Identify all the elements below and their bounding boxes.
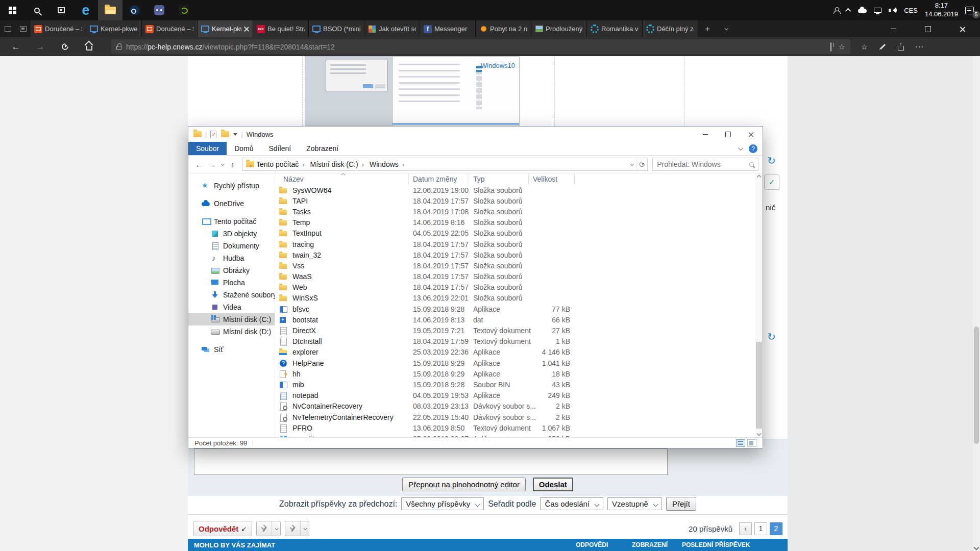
moderator-tools-button[interactable] — [285, 521, 309, 536]
tab-list-button[interactable] — [717, 20, 735, 37]
sidebar-item[interactable]: Tento počítač — [188, 215, 275, 228]
reading-view-button[interactable] — [830, 43, 831, 51]
sidebar-item[interactable]: Síť — [188, 343, 275, 356]
annotate-button[interactable] — [874, 38, 891, 56]
column-header-date[interactable]: Datum změny — [409, 173, 469, 185]
prev-page-button[interactable]: ‹ — [739, 522, 752, 535]
file-row[interactable]: WaaS 18.04.2019 17:57 Složka souborů — [275, 271, 755, 282]
file-row[interactable]: DtcInstall 18.04.2019 17:59 Textový doku… — [275, 336, 755, 347]
ribbon-tab[interactable]: Soubor — [188, 142, 227, 155]
file-row[interactable]: notepad 04.05.2019 19:53 Aplikace 249 kB — [275, 390, 755, 401]
network-tray-button[interactable] — [870, 0, 885, 20]
explorer-up-button[interactable]: ↑ — [226, 158, 239, 171]
browser-tab[interactable]: Doručené – Sezi — [142, 20, 198, 37]
file-row[interactable]: hh 15.09.2018 9:29 Aplikace 18 kB — [275, 368, 755, 379]
browser-tab[interactable]: Jak otevřít soub — [364, 20, 420, 37]
file-row[interactable]: tracing 18.04.2019 17:57 Složka souborů — [275, 239, 755, 249]
file-row[interactable]: Web 18.04.2019 17:57 Složka souborů — [275, 282, 755, 293]
page-number-button[interactable]: 1 — [754, 522, 767, 535]
explorer-title-bar[interactable]: | | Windows — [188, 127, 763, 142]
start-button[interactable] — [0, 0, 24, 20]
address-dropdown-icon[interactable] — [627, 163, 636, 166]
people-button[interactable] — [830, 0, 843, 20]
maximize-button[interactable] — [911, 20, 945, 37]
expand-ribbon-icon[interactable] — [738, 145, 743, 151]
file-row[interactable]: TextInput 04.05.2019 22:05 Složka soubor… — [275, 228, 755, 239]
tab-preview-button[interactable] — [15, 20, 31, 37]
back-button[interactable]: ← — [7, 38, 24, 56]
file-row[interactable]: Temp 14.06.2019 8:16 Složka souborů — [275, 217, 755, 228]
file-row[interactable]: bfsvc 15.09.2018 9:28 Aplikace 77 kB — [275, 304, 755, 314]
moderator-tools-dropdown[interactable] — [301, 521, 309, 536]
explorer-minimize-button[interactable] — [694, 127, 717, 142]
ribbon-tab[interactable]: Zobrazení — [299, 142, 346, 155]
quick-reply-textarea[interactable] — [194, 448, 668, 475]
sidebar-item[interactable]: Plocha — [188, 277, 275, 289]
scrollbar-thumb[interactable] — [756, 342, 762, 429]
share-button[interactable] — [892, 38, 910, 56]
file-row[interactable]: mib 15.09.2018 9:28 Soubor BIN 43 kB — [275, 379, 755, 390]
file-row[interactable]: NvTelemetryContainerRecovery 22.05.2019 … — [275, 412, 755, 422]
sidebar-item[interactable]: Místní disk (C:) — [188, 313, 275, 325]
tab-close-icon[interactable] — [244, 27, 249, 32]
more-options-button[interactable]: ··· — [911, 38, 928, 56]
post-rotate-icon[interactable]: ↻ — [767, 156, 776, 166]
explorer-back-button[interactable]: ← — [192, 158, 206, 171]
browser-scrollbar[interactable] — [973, 56, 980, 551]
go-button[interactable]: Přejít — [666, 497, 696, 511]
action-center-button[interactable]: 5 — [962, 0, 980, 20]
breadcrumb-item[interactable]: Místní disk (C:) — [309, 160, 369, 168]
onedrive-tray-button[interactable] — [854, 0, 870, 20]
scrollbar-thumb[interactable] — [974, 327, 979, 444]
explorer-close-button[interactable] — [740, 127, 763, 142]
hidden-icons-button[interactable] — [843, 0, 854, 20]
sort-order-select[interactable]: Vzestupně — [607, 497, 662, 510]
browser-tab[interactable]: Be quiet! Straigh — [253, 20, 309, 37]
refresh-button[interactable] — [56, 38, 74, 56]
file-row[interactable]: twain_32 18.04.2019 17:57 Složka souborů — [275, 249, 755, 260]
browser-tab[interactable]: Doručené – Sezi — [31, 20, 86, 37]
volume-tray-button[interactable] — [885, 0, 900, 20]
post-check-card[interactable] — [764, 174, 779, 190]
file-row[interactable]: Vss 18.04.2019 17:57 Složka souborů — [275, 260, 755, 271]
reply-button[interactable]: Odpovědět↙ — [193, 521, 252, 536]
sidebar-item[interactable]: Dokumenty — [188, 240, 275, 252]
browser-tab[interactable]: Děčín plný zážit — [643, 20, 698, 37]
display-posts-select[interactable]: Všechny příspěvky — [401, 497, 484, 510]
file-row[interactable]: explorer 25.03.2019 22:36 Aplikace 4 146… — [275, 347, 755, 358]
browser-tab[interactable]: Romantika ve m — [587, 20, 643, 37]
sidebar-item[interactable]: Místní disk (D:) — [188, 325, 275, 338]
sidebar-item[interactable]: 3D objekty — [188, 228, 275, 240]
file-row[interactable]: DirectX 19.05.2019 7:21 Textový dokument… — [275, 325, 755, 336]
file-row[interactable]: regedit 25.03.2019 22:37 Aplikace 350 kB — [275, 433, 755, 437]
browser-tab[interactable]: Kernel-pkwer41 — [86, 20, 142, 37]
taskbar-search-button[interactable] — [24, 0, 49, 20]
home-button[interactable] — [81, 38, 98, 56]
taskbar-steam-button[interactable] — [122, 0, 147, 20]
browser-tab[interactable]: Prodloužený vík — [531, 20, 587, 37]
sort-by-select[interactable]: Čas odeslání — [540, 497, 603, 510]
file-row[interactable]: PFRO 13.06.2019 8:50 Textový dokument 1 … — [275, 422, 755, 433]
language-indicator[interactable]: CES — [900, 0, 921, 20]
file-row[interactable]: NvContainerRecovery 08.03.2019 23:13 Dáv… — [275, 401, 755, 412]
breadcrumb-item[interactable]: Windows — [369, 160, 409, 168]
file-row[interactable]: bootstat 14.06.2019 8:13 dat 66 kB — [275, 314, 755, 325]
file-row[interactable]: WinSxS 13.06.2019 22:01 Složka souborů — [275, 293, 755, 304]
new-tab-button[interactable]: + — [698, 20, 717, 37]
scrollbar-down-arrow[interactable] — [973, 544, 979, 550]
sidebar-item[interactable]: Stažené soubory — [188, 289, 275, 301]
post-screenshot-image[interactable]: Windows10 — [305, 56, 520, 126]
taskbar-file-explorer-button[interactable] — [98, 0, 122, 20]
sidebar-item[interactable]: Videa — [188, 301, 275, 313]
file-row[interactable]: Tasks 18.04.2019 17:08 Složka souborů — [275, 206, 755, 217]
ribbon-tab[interactable]: Sdílení — [261, 142, 299, 155]
breadcrumb-item[interactable]: Tento počítač — [255, 160, 309, 168]
scroll-up-icon[interactable] — [757, 175, 761, 179]
clock[interactable]: 8:17 14.06.2019 — [921, 0, 962, 20]
column-header-type[interactable]: Typ — [469, 173, 529, 185]
post-rotate-icon[interactable]: ↻ — [767, 332, 776, 342]
taskbar-discord-button[interactable] — [147, 0, 172, 20]
browser-tab[interactable]: BSOD (*minidur — [309, 20, 364, 37]
hub-button[interactable]: ☆ — [855, 38, 873, 56]
explorer-address-bar[interactable]: Tento počítačMístní disk (C:)Windows — [242, 158, 648, 171]
